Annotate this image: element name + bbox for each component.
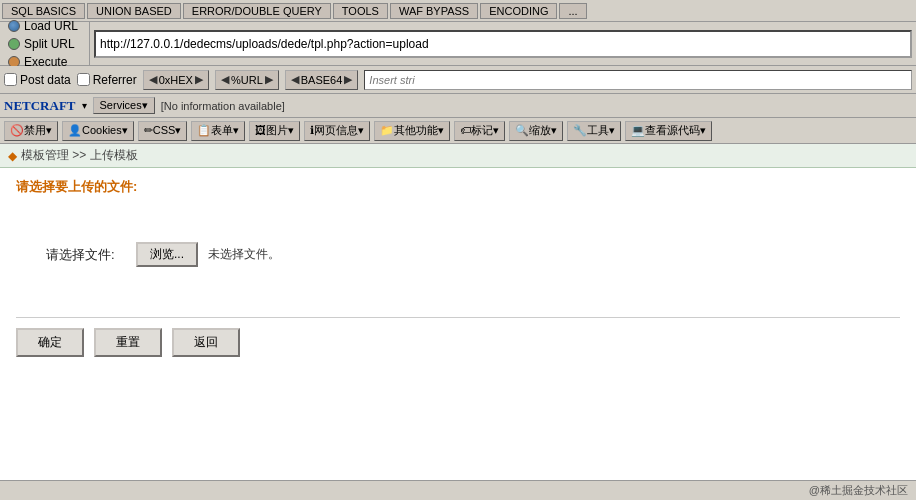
post-data-checkbox[interactable]	[4, 73, 17, 86]
tab-encoding[interactable]: ENCODING	[480, 3, 557, 19]
footer-copyright: @稀土掘金技术社区	[809, 483, 908, 498]
breadcrumb-bar: ◆ 模板管理 >> 上传模板	[0, 144, 916, 168]
netcraft-logo: NETCRAFT	[4, 98, 76, 114]
action-buttons: 确定 重置 返回	[16, 317, 900, 357]
page-wrapper: SQL BASICS UNION BASED ERROR/DOUBLE QUER…	[0, 0, 916, 500]
base64-decode-button[interactable]: ◀ BASE64 ▶	[285, 70, 359, 90]
mark-button[interactable]: 🏷标记▾	[454, 121, 505, 141]
tab-tools[interactable]: TOOLS	[333, 3, 388, 19]
url-decode-button[interactable]: ◀ %URL ▶	[215, 70, 279, 90]
url-input[interactable]	[94, 30, 912, 58]
netcraft-services-button[interactable]: Services▾	[93, 97, 155, 114]
browse-button[interactable]: 浏览...	[136, 242, 198, 267]
confirm-button[interactable]: 确定	[16, 328, 84, 357]
post-data-checkbox-group: Post data	[4, 73, 71, 87]
cookies-button[interactable]: 👤Cookies▾	[62, 121, 134, 141]
insert-string-input[interactable]	[364, 70, 912, 90]
file-input-row: 请选择文件: 浏览... 未选择文件。	[46, 242, 900, 267]
tab-waf-bypass[interactable]: WAF BYPASS	[390, 3, 478, 19]
file-label: 请选择文件:	[46, 246, 126, 264]
tab-sql-basics[interactable]: SQL BASICS	[2, 3, 85, 19]
load-url-icon	[8, 20, 20, 32]
reset-button[interactable]: 重置	[94, 328, 162, 357]
split-url-icon	[8, 38, 20, 50]
top-bar: Load URL Split URL Execute	[0, 22, 916, 66]
split-url-button[interactable]: Split URL	[4, 36, 79, 52]
main-content: 请选择要上传的文件: 请选择文件: 浏览... 未选择文件。 确定 重置 返回	[0, 168, 916, 480]
tab-union-based[interactable]: UNION BASED	[87, 3, 181, 19]
netcraft-dot: ▾	[82, 100, 87, 111]
tools-button[interactable]: 🔧工具▾	[567, 121, 621, 141]
netcraft-bar: NETCRAFT ▾ Services▾ [No information ava…	[0, 94, 916, 118]
referrer-label: Referrer	[93, 73, 137, 87]
options-bar: Post data Referrer ◀ 0xHEX ▶ ◀ %URL ▶ ◀ …	[0, 66, 916, 94]
file-status: 未选择文件。	[208, 246, 280, 263]
tab-bar: SQL BASICS UNION BASED ERROR/DOUBLE QUER…	[0, 0, 916, 22]
back-button[interactable]: 返回	[172, 328, 240, 357]
url-area	[90, 22, 916, 65]
form-area: 请选择文件: 浏览... 未选择文件。	[16, 212, 900, 297]
sidebar-buttons: Load URL Split URL Execute	[0, 22, 90, 65]
disable-button[interactable]: 🚫禁用▾	[4, 121, 58, 141]
footer-bar: @稀土掘金技术社区	[0, 480, 916, 500]
breadcrumb-path: 模板管理 >> 上传模板	[21, 147, 138, 164]
main-content-area: 请选择要上传的文件: 请选择文件: 浏览... 未选择文件。 确定 重置 返回	[0, 168, 916, 480]
referrer-checkbox[interactable]	[77, 73, 90, 86]
zoom-button[interactable]: 🔍缩放▾	[509, 121, 563, 141]
hex-decode-button[interactable]: ◀ 0xHEX ▶	[143, 70, 209, 90]
page-info-button[interactable]: ℹ网页信息▾	[304, 121, 370, 141]
tab-error-query[interactable]: ERROR/DOUBLE QUERY	[183, 3, 331, 19]
load-url-button[interactable]: Load URL	[4, 18, 82, 34]
post-data-label: Post data	[20, 73, 71, 87]
referrer-checkbox-group: Referrer	[77, 73, 137, 87]
netcraft-info: [No information available]	[161, 100, 285, 112]
extensions-bar: 🚫禁用▾ 👤Cookies▾ ✏CSS▾ 📋表单▾ 🖼图片▾ ℹ网页信息▾ 📁其…	[0, 118, 916, 144]
section-title: 请选择要上传的文件:	[16, 178, 900, 196]
misc-button[interactable]: 📁其他功能▾	[374, 121, 450, 141]
tab-more[interactable]: ...	[559, 3, 586, 19]
images-button[interactable]: 🖼图片▾	[249, 121, 300, 141]
forms-button[interactable]: 📋表单▾	[191, 121, 245, 141]
breadcrumb-icon: ◆	[8, 149, 17, 163]
css-button[interactable]: ✏CSS▾	[138, 121, 188, 141]
view-source-button[interactable]: 💻查看源代码▾	[625, 121, 712, 141]
